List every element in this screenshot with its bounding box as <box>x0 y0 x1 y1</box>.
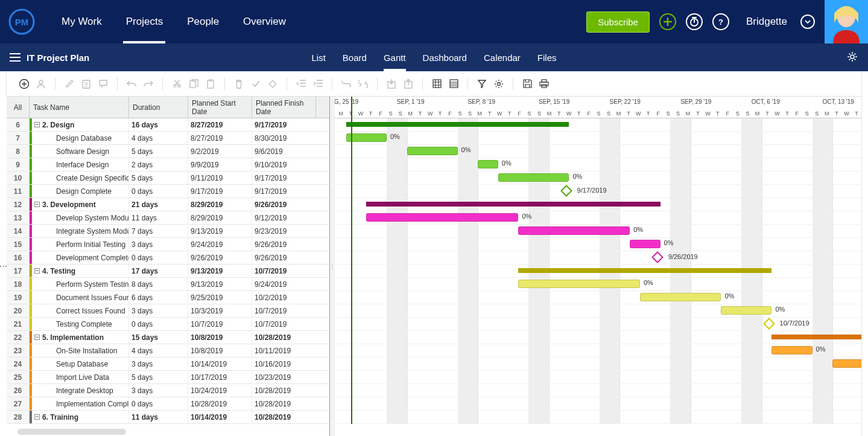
duration-cell[interactable]: 3 days <box>129 304 188 317</box>
start-cell[interactable]: 10/14/2019 <box>188 411 252 423</box>
assign-button[interactable] <box>34 77 48 91</box>
grid-hscroll[interactable] <box>17 429 126 435</box>
task-name-cell[interactable]: Testing Complete <box>32 318 129 330</box>
task-row[interactable]: 11Design Complete0 days9/17/20199/17/201… <box>7 185 329 198</box>
task-row[interactable]: 15Perform Initial Testing3 days9/24/2019… <box>7 238 329 251</box>
gantt-row[interactable] <box>330 411 861 424</box>
task-row[interactable]: 16Development Complete0 days9/26/20199/2… <box>7 251 329 264</box>
gantt-row[interactable]: 0% <box>330 291 861 304</box>
task-name-cell[interactable]: −6. Training <box>32 411 129 423</box>
gantt-row[interactable] <box>330 397 861 411</box>
task-row[interactable]: 25Import Live Data5 days10/17/201910/23/… <box>7 371 329 384</box>
row-number[interactable]: 12 <box>7 198 30 211</box>
start-cell[interactable]: 10/3/2019 <box>188 304 252 317</box>
finish-cell[interactable]: 9/26/2019 <box>252 251 316 264</box>
start-cell[interactable]: 10/8/2019 <box>188 331 252 344</box>
view-tab-dashboard[interactable]: Dashboard <box>423 43 467 71</box>
task-row[interactable]: 28−6. Training11 days10/14/201910/28/201… <box>7 411 329 424</box>
finish-cell[interactable]: 9/17/2019 <box>252 172 316 184</box>
start-cell[interactable]: 9/2/2019 <box>188 145 252 158</box>
start-cell[interactable]: 9/25/2019 <box>188 291 252 304</box>
outdent-button[interactable] <box>294 77 308 91</box>
gantt-row[interactable] <box>330 331 861 344</box>
indent-button[interactable] <box>311 77 325 91</box>
row-number[interactable]: 11 <box>7 185 30 197</box>
import-button[interactable] <box>385 77 398 91</box>
task-name-cell[interactable]: Correct Issues Found <box>32 304 129 317</box>
start-cell[interactable]: 9/17/2019 <box>188 185 252 197</box>
finish-cell[interactable]: 9/10/2019 <box>252 158 316 171</box>
task-name-cell[interactable]: Design Complete <box>32 185 129 197</box>
task-name-cell[interactable]: Integrate Desktop <box>32 384 129 397</box>
finish-cell[interactable]: 10/28/2019 <box>252 384 316 397</box>
gantt-body[interactable]: 0%0%0%0%9/17/20190%0%0%9/26/20190%0%0%10… <box>330 118 861 424</box>
duration-cell[interactable]: 0 days <box>129 318 188 330</box>
gantt-row[interactable]: 0% <box>330 158 861 172</box>
grid-header-duration[interactable]: Duration <box>129 97 188 118</box>
finish-cell[interactable]: 9/17/2019 <box>252 185 316 197</box>
task-name-cell[interactable]: Design Database <box>32 132 129 144</box>
task-row[interactable]: 8Software Design5 days9/2/20199/6/2019 <box>7 145 329 158</box>
logo[interactable]: PM <box>0 0 43 43</box>
row-number[interactable]: 7 <box>7 132 30 144</box>
edit-button[interactable] <box>63 77 76 91</box>
finish-cell[interactable]: 10/7/2019 <box>252 264 316 277</box>
row-number[interactable]: 10 <box>7 172 30 184</box>
duration-cell[interactable]: 11 days <box>129 411 188 423</box>
row-number[interactable]: 23 <box>7 344 30 357</box>
task-row[interactable]: 21Testing Complete0 days10/7/201910/7/20… <box>7 318 329 331</box>
duration-cell[interactable]: 0 days <box>129 251 188 264</box>
grid-header-taskname[interactable]: Task Name <box>30 97 129 118</box>
row-number[interactable]: 13 <box>7 211 30 224</box>
gantt-task-bar[interactable] <box>498 173 569 182</box>
gantt-row[interactable]: 10/7/2019 <box>330 318 861 331</box>
gantt-task-bar[interactable] <box>832 359 861 368</box>
finish-cell[interactable]: 9/17/2019 <box>252 118 316 131</box>
nav-item-overview[interactable]: Overview <box>243 0 286 43</box>
comment-button[interactable] <box>97 77 110 91</box>
task-row[interactable]: 10Create Design Specifications5 days9/11… <box>7 172 329 185</box>
gantt-task-bar[interactable] <box>407 147 458 155</box>
paste-button[interactable] <box>204 77 217 91</box>
gantt-milestone[interactable] <box>763 318 775 330</box>
splitter[interactable]: ⋮ <box>330 97 335 436</box>
duration-cell[interactable]: 6 days <box>129 291 188 304</box>
gantt-task-bar[interactable] <box>366 213 518 222</box>
gantt-row[interactable]: 0% <box>330 238 861 251</box>
task-name-cell[interactable]: −4. Testing <box>32 264 129 277</box>
settings-button[interactable] <box>492 77 505 91</box>
start-cell[interactable]: 10/28/2019 <box>188 397 252 410</box>
table-view-button[interactable] <box>447 77 460 91</box>
filter-button[interactable] <box>475 77 489 91</box>
start-cell[interactable]: 9/11/2019 <box>188 172 252 184</box>
unlink-button[interactable] <box>356 77 370 91</box>
gantt-row[interactable]: 0% <box>330 211 861 225</box>
duration-cell[interactable]: 8 days <box>129 278 188 290</box>
gantt-row[interactable] <box>330 264 861 278</box>
gantt-row[interactable]: 0% <box>330 132 861 145</box>
start-cell[interactable]: 8/27/2019 <box>188 132 252 144</box>
task-name-cell[interactable]: Interface Design <box>32 158 129 171</box>
row-number[interactable]: 9 <box>7 158 30 171</box>
row-number[interactable]: 14 <box>7 225 30 237</box>
start-cell[interactable]: 10/17/2019 <box>188 371 252 383</box>
start-cell[interactable]: 9/26/2019 <box>188 251 252 264</box>
task-row[interactable]: 18Perform System Testing8 days9/13/20199… <box>7 278 329 291</box>
task-name-cell[interactable]: Integrate System Modules <box>32 225 129 237</box>
gantt-row[interactable]: 0% <box>330 344 861 357</box>
finish-cell[interactable]: 8/30/2019 <box>252 132 316 144</box>
task-name-cell[interactable]: Perform System Testing <box>32 278 129 290</box>
finish-cell[interactable]: 10/28/2019 <box>252 331 316 344</box>
row-number[interactable]: 18 <box>7 278 30 290</box>
view-tab-calendar[interactable]: Calendar <box>484 43 521 71</box>
project-settings-button[interactable] <box>846 51 858 65</box>
task-name-cell[interactable]: On-Site Installation <box>32 344 129 357</box>
gantt-milestone[interactable] <box>560 185 572 197</box>
gantt-task-bar[interactable] <box>640 293 721 301</box>
grid-header-finish[interactable]: Planned Finish Date <box>252 97 316 118</box>
collapse-toggle[interactable]: − <box>34 202 40 207</box>
task-name-cell[interactable]: Implementation Complete <box>32 397 129 410</box>
task-row[interactable]: 7Design Database4 days8/27/20198/30/2019 <box>7 132 329 145</box>
start-cell[interactable]: 10/14/2019 <box>188 357 252 370</box>
grid-header-all[interactable]: All <box>7 97 30 118</box>
